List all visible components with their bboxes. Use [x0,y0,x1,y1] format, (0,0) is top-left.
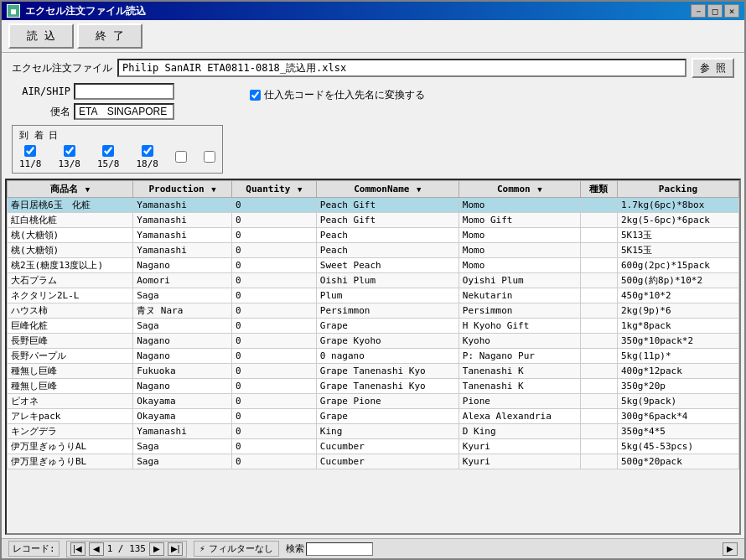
cell-commonName: Peach Gift [316,198,458,213]
record-label: レコード: [8,541,60,557]
data-table-container[interactable]: 商品名 ▼ Production ▼ Quantity ▼ CommonName… [5,179,741,535]
cell-productName: 春日居桃6玉 化粧 [8,198,133,213]
col-header-common[interactable]: Common ▼ [458,181,580,198]
table-row[interactable]: キングデラYamanashi0KingD King350g*4*5 [8,424,739,439]
minimize-button[interactable]: － [691,4,706,18]
table-row[interactable]: 長野パープルNagano00 naganoP: Nagano Pur5kg(11… [8,349,739,364]
filter-button[interactable]: ⚡ フィルターなし [194,541,279,557]
cell-quantity: 0 [231,334,316,349]
cell-type [580,213,617,228]
cell-packing: 5K15玉 [617,243,738,258]
cell-production: Fukuoka [133,364,232,379]
file-row: エクセル注文ファイル 参 照 [12,58,734,78]
cell-quantity: 0 [231,273,316,288]
airship-input[interactable] [74,83,174,100]
table-row[interactable]: ネクタリン2L-LSaga0PlumNekutarin450g*10*2 [8,288,739,303]
convert-label[interactable]: 仕入先コードを仕入先名に変換する [250,88,425,102]
table-row[interactable]: 長野巨峰Nagano0Grape KyohoKyoho350g*10pack*2 [8,334,739,349]
cell-packing: 1.7kg(6pc)*8box [617,198,738,213]
cell-packing: 500g(約8p)*10*2 [617,273,738,288]
date-cb-4[interactable] [142,145,153,157]
close-button[interactable]: × [724,4,739,18]
nav-next-button[interactable]: ▶ [149,542,164,556]
cell-quantity: 0 [231,439,316,454]
arrival-section: 到 着 日 11/8 13/8 15/8 [12,125,223,174]
table-row[interactable]: 巨峰化粧Saga0GrapeH Kyoho Gift1kg*8pack [8,319,739,334]
col-header-type[interactable]: 種類 [580,181,617,198]
cell-commonName: Peach [316,228,458,243]
close-app-button[interactable]: 終 了 [77,23,142,49]
cell-packing: 450g*10*2 [617,288,738,303]
date-checkbox-4: 18/8 [137,145,159,169]
cell-production: Nagano [133,379,232,394]
cell-common: D King [458,424,580,439]
col-header-production[interactable]: Production ▼ [133,181,232,198]
cell-productName: 種無し巨峰 [8,364,133,379]
cell-production: Nagano [133,334,232,349]
cell-packing: 2kg(9p)*6 [617,303,738,319]
cell-productName: 種無し巨峰 [8,379,133,394]
flight-input[interactable] [74,103,174,120]
cell-common: Oyishi Plum [458,273,580,288]
date-checkbox-6 [204,151,215,164]
convert-checkbox[interactable] [250,90,261,101]
table-row[interactable]: 種無し巨峰Fukuoka0Grape Tanenashi KyoTanenash… [8,364,739,379]
scroll-right-button[interactable]: ▶ [723,542,738,556]
cell-productName: 桃(大糖領) [8,228,133,243]
cell-type [580,394,617,409]
maximize-button[interactable]: □ [707,4,723,18]
table-row[interactable]: 伊万里ぎゅうりBLSaga0CucumberKyuri500g*20pack [8,454,739,469]
cell-commonName: Persimmon [316,303,458,319]
date-cb-6[interactable] [204,151,215,163]
filter-icon: ⚡ [199,543,205,554]
table-row[interactable]: アレキpackOkayama0GrapeAlexa Alexandria300g… [8,409,739,424]
col-header-commonname[interactable]: CommonName ▼ [316,181,458,198]
read-button[interactable]: 読 込 [8,23,74,49]
cell-commonName: Plum [316,288,458,303]
date-cb-1[interactable] [24,145,36,157]
browse-button[interactable]: 参 照 [692,58,734,78]
date-cb-5[interactable] [175,151,187,163]
cell-common: Nekutarin [458,288,580,303]
nav-first-button[interactable]: |◀ [70,542,85,556]
cell-packing: 5kg(45-53pcs) [617,439,738,454]
cell-common: Tanenashi K [458,379,580,394]
date-checkbox-2: 13/8 [59,145,81,169]
col-header-quantity[interactable]: Quantity ▼ [231,181,316,198]
cell-quantity: 0 [231,288,316,303]
cell-common: Momo [458,243,580,258]
checkboxes-row: 11/8 13/8 15/8 18/8 [19,145,215,169]
col-header-productname[interactable]: 商品名 ▼ [8,181,133,198]
table-row[interactable]: ピオネOkayama0Grape PionePione5kg(9pack) [8,394,739,409]
cell-common: Momo [458,198,580,213]
col-header-packing[interactable]: Packing [617,181,738,198]
date-label-3: 15/8 [97,158,120,169]
table-row[interactable]: 桃(大糖領)Yamanashi0PeachMomo5K13玉 [8,228,739,243]
table-row[interactable]: 桃(大糖領)Yamanashi0PeachMomo5K15玉 [8,243,739,258]
table-row[interactable]: 桃2玉(糖度13度以上)Nagano0Sweet PeachMomo600g(2… [8,258,739,273]
nav-prev-button[interactable]: ◀ [89,542,104,556]
date-cb-3[interactable] [102,145,114,157]
cell-productName: キングデラ [8,424,133,439]
table-row[interactable]: ハウス柿青ヌ Nara0PersimmonPersimmon2kg(9p)*6 [8,303,739,319]
filter-label: フィルターなし [209,542,273,555]
table-row[interactable]: 春日居桃6玉 化粧Yamanashi0Peach GiftMomo1.7kg(6… [8,198,739,213]
search-input[interactable] [306,542,373,556]
app-icon: ■ [7,4,20,18]
table-row[interactable]: 伊万里ぎゅうりALSaga0CucumberKyuri5kg(45-53pcs) [8,439,739,454]
table-row[interactable]: 大石プラムAomori0Oishi PlumOyishi Plum500g(約8… [8,273,739,288]
cell-commonName: Grape Tanenashi Kyo [316,379,458,394]
cell-common: Momo Gift [458,213,580,228]
cell-type [580,424,617,439]
table-row[interactable]: 紅白桃化粧Yamanashi0Peach GiftMomo Gift2kg(5-… [8,213,739,228]
nav-last-button[interactable]: ▶| [168,542,183,556]
cell-type [580,319,617,334]
cell-packing: 2kg(5-6pc)*6pack [617,213,738,228]
date-cb-2[interactable] [64,145,75,157]
title-controls: － □ × [691,4,739,18]
table-row[interactable]: 種無し巨峰Nagano0Grape Tanenashi KyoTanenashi… [8,379,739,394]
date-label-1: 11/8 [19,158,42,169]
cell-packing: 300g*6pack*4 [617,409,738,424]
file-input[interactable] [117,59,686,77]
cell-type [580,288,617,303]
